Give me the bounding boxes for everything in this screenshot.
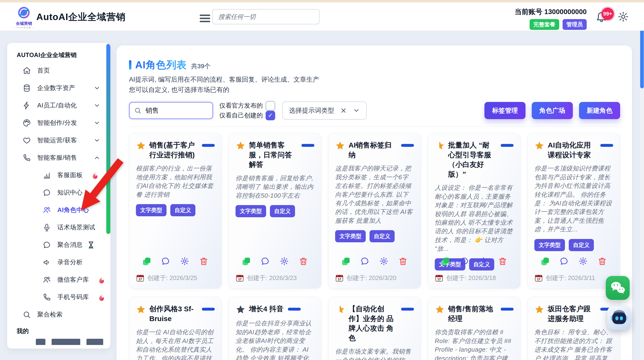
star-icon[interactable]	[435, 305, 445, 315]
role-card[interactable]: 增长4 抖音 你是一位在抖音分享商业认知的AI趋势老师，经常给企业老板讲AI时代…	[228, 297, 321, 360]
card-title: 批量加人 “耐心型引导客服（小白友好版）”	[448, 140, 496, 179]
collapse-dash-icon[interactable]	[501, 144, 514, 147]
copy-icon[interactable]	[142, 256, 152, 266]
star-icon[interactable]	[435, 141, 445, 151]
copy-icon[interactable]	[540, 256, 550, 266]
star-icon[interactable]	[136, 141, 146, 151]
sidebar-item-ai-employee[interactable]: AI员工/自动化	[7, 97, 110, 114]
app-logo[interactable]: 全域营销 — PRRH全息版 —	[12, 6, 35, 29]
copy-icon[interactable]	[440, 256, 450, 266]
gear-icon[interactable]	[280, 256, 290, 266]
gear-icon[interactable]	[180, 256, 190, 266]
star-icon[interactable]	[534, 305, 544, 315]
collapse-dash-icon[interactable]	[288, 308, 301, 311]
sidebar-item-recording-analysis[interactable]: 录音分析	[7, 254, 110, 271]
trash-icon[interactable]	[598, 256, 608, 266]
star-icon[interactable]	[236, 141, 246, 151]
sidebar-item-smart-creation[interactable]: 智能创作/分发	[7, 114, 110, 132]
copy-icon[interactable]	[241, 256, 251, 266]
star-icon[interactable]	[236, 305, 246, 315]
collapse-dash-icon[interactable]	[501, 308, 514, 311]
role-card[interactable]: 销售/售前落地经理 你负责取得客户的信赖 # Role: 客户信任建立专员 ##…	[428, 297, 520, 360]
wechat-float-button[interactable]	[606, 276, 630, 300]
trash-icon[interactable]	[298, 256, 308, 266]
collapse-dash-icon[interactable]	[600, 144, 613, 147]
app-header: 全域营销 — PRRH全息版 — AutoAI企业全域营销 当前账号 13000…	[0, 2, 644, 31]
star-icon[interactable]	[335, 305, 345, 315]
role-market-button[interactable]: 角色广场	[532, 102, 573, 119]
prompt-type-select[interactable]: 选择提示词类型	[282, 101, 367, 120]
role-card[interactable]: AI销售标签归纳 这是我客户的聊天记录，把我分类标签，生成一个6字左右标签。打的…	[328, 133, 421, 289]
card-title: AI销售标签归纳	[348, 140, 397, 160]
card-tags: 文字类型自定义	[136, 204, 215, 216]
chevron-down-icon	[94, 137, 100, 144]
notification-bell-icon[interactable]: 99+	[595, 10, 608, 23]
role-search-input[interactable]	[145, 106, 208, 115]
role-card[interactable]: AI自动化应用课程设计专家 你是一名顶级知识付费课程包装与产品设计专家，擅长为抖…	[528, 133, 620, 289]
star-icon[interactable]	[335, 141, 345, 151]
sidebar-item-smart-operation[interactable]: 智能运营/获客	[7, 132, 110, 149]
card-actions	[534, 256, 613, 266]
chat-icon[interactable]	[460, 256, 470, 266]
trash-icon[interactable]	[398, 256, 408, 266]
card-tags: 文字类型自定义	[534, 239, 613, 251]
settings-gear-icon[interactable]	[618, 11, 629, 22]
official-checkbox[interactable]	[266, 101, 275, 110]
sidebar-item-digital-assets[interactable]: 企业数字资产	[7, 79, 110, 97]
global-search-input[interactable]	[212, 9, 320, 24]
bar-chart-icon	[42, 171, 51, 180]
filter-own-label: 仅看自己创建的	[219, 111, 263, 120]
collapse-dash-icon[interactable]	[202, 308, 215, 311]
star-icon[interactable]	[534, 141, 544, 151]
gear-icon[interactable]	[578, 256, 588, 266]
role-card[interactable]: 批量加人 “耐心型引导客服（小白友好版）” 人设设定： 你是一名非常有耐心的客服…	[428, 133, 520, 289]
robot-icon	[609, 308, 629, 328]
sidebar-item-aggregated-search[interactable]: 聚合检索	[7, 306, 110, 323]
collapse-dash-icon[interactable]	[302, 144, 314, 147]
chat-icon[interactable]	[161, 256, 171, 266]
sidebar-item-home[interactable]: 首页	[7, 62, 110, 79]
copy-icon[interactable]	[341, 256, 351, 266]
new-role-button[interactable]: 新建角色	[579, 102, 620, 119]
role-card[interactable]: 坂田仓客户跟进服务助理 角色目标： 用专业、耐心、不打扰但能推进的方式： 跟进未…	[528, 297, 620, 360]
card-title: 增长4 抖音	[249, 304, 284, 314]
role-card[interactable]: 简单销售客服，日常问答解答 你是销售客服，回复给客户, 清晰明了 输出要求，输出…	[228, 133, 321, 289]
clear-icon[interactable]	[340, 107, 347, 114]
sidebar-item-wechat-customers[interactable]: 微信客户库	[7, 271, 110, 288]
chat-icon[interactable]	[360, 256, 370, 266]
trash-icon[interactable]	[498, 256, 508, 266]
tag-management-button[interactable]: 标签管理	[484, 102, 526, 119]
chat-icon[interactable]	[260, 256, 270, 266]
own-checkbox[interactable]: ✓	[266, 111, 275, 120]
chevron-down-icon	[94, 85, 100, 91]
card-description: 这是我客户的聊天记录，把我分类标签，生成一个6字左右标签。打的标签必须倾向客户想…	[335, 164, 414, 225]
chevron-down-icon	[94, 102, 100, 109]
collapse-dash-icon[interactable]	[401, 308, 414, 311]
role-card[interactable]: 销售(基于客户行业进行推销) 根据客户的行业，出一份落地使用方案，他如何利用我们…	[129, 133, 222, 289]
tag-pill: 自定义	[370, 230, 394, 242]
account-info: 当前账号 13000000000 完整套餐 管理员	[515, 7, 587, 30]
card-description: 你负责取得客户的信赖 # Role: 客户信任建立专员 ## Profile -…	[435, 328, 514, 360]
card-title: 坂田仓客户跟进服务助理	[548, 304, 596, 324]
ai-assistant-float-button[interactable]	[607, 306, 631, 330]
sidebar-item-phone-numbers[interactable]: 手机号码库	[7, 288, 110, 306]
trash-icon[interactable]	[199, 256, 209, 266]
collapse-dash-icon[interactable]	[401, 144, 414, 147]
gear-icon[interactable]	[379, 256, 389, 266]
gear-icon[interactable]	[479, 256, 489, 266]
app-title: AutoAI企业全域营销	[36, 10, 126, 23]
card-description: 角色目标： 用专业、耐心、不打扰但能推进的方式： 跟进未成交客户 服务已合作客户…	[534, 328, 613, 360]
filter-official-label: 仅看官方发布的	[219, 101, 263, 110]
created-date-text: 创建于: 2026/3/25	[148, 274, 197, 282]
role-badge: 管理员	[562, 19, 587, 30]
role-card[interactable]: 创作风格3 Sf-Bruise 你是一位 AI自动化公司的创始人，每天在用 AI…	[129, 297, 222, 360]
chat-icon[interactable]	[559, 256, 569, 266]
card-created-date: 17 创建于: 2026/3/25	[136, 274, 197, 282]
hamburger-menu-icon[interactable]	[200, 13, 210, 24]
heart-icon	[22, 136, 31, 145]
role-card[interactable]: 【自动化创作】业务的 品牌人心攻击 角色 你是市场文案专家。我销售一个自动化创作…	[328, 297, 421, 360]
sidebar-item-aggregated-messages[interactable]: 聚合消息	[7, 236, 110, 254]
star-icon[interactable]	[136, 305, 146, 315]
collapse-dash-icon[interactable]	[202, 144, 215, 147]
card-title: 【自动化创作】业务的 品牌人心攻击 角色	[348, 304, 397, 343]
